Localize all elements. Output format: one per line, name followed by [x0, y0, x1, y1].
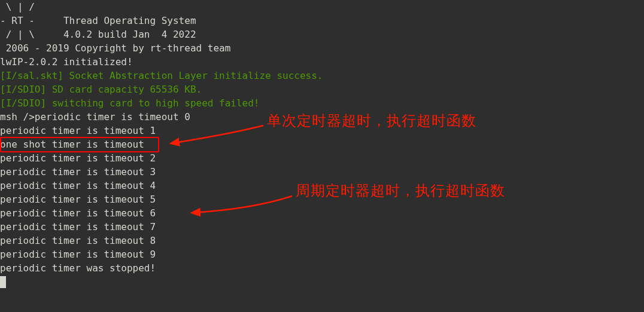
- banner-line-3: / | \ 4.0.2 build Jan 4 2022: [0, 27, 644, 41]
- periodic-timeout-2: periodic timer is timeout 2: [0, 151, 644, 165]
- periodic-timeout-8: periodic timer is timeout 8: [0, 234, 644, 247]
- periodic-stopped-line: periodic timer was stopped!: [0, 261, 644, 275]
- lwip-init-line: lwIP-2.0.2 initialized!: [0, 55, 644, 69]
- periodic-annotation: 周期定时器超时，执行超时函数: [296, 183, 505, 197]
- periodic-timeout-0: periodic timer is timeout 0: [35, 111, 190, 123]
- sdio-failed-line: [I/SDIO] switching card to high speed fa…: [0, 96, 644, 110]
- banner-line-2: - RT - Thread Operating System: [0, 14, 644, 27]
- banner-line-4: 2006 - 2019 Copyright by rt-thread team: [0, 41, 644, 55]
- oneshot-annotation: 单次定时器超时，执行超时函数: [267, 114, 476, 127]
- oneshot-timeout-line: one shot timer is timeout: [0, 137, 644, 151]
- msh-prompt[interactable]: msh />: [0, 111, 35, 123]
- sal-init-line: [I/sal.skt] Socket Abstraction Layer ini…: [0, 69, 644, 82]
- periodic-timeout-6: periodic timer is timeout 6: [0, 206, 644, 220]
- periodic-timeout-9: periodic timer is timeout 9: [0, 247, 644, 261]
- terminal-output: \ | / - RT - Thread Operating System / |…: [0, 0, 644, 275]
- periodic-timeout-3: periodic timer is timeout 3: [0, 165, 644, 179]
- terminal-cursor[interactable]: [0, 276, 6, 288]
- banner-line-1: \ | /: [0, 0, 644, 14]
- sdio-capacity-line: [I/SDIO] SD card capacity 65536 KB.: [0, 82, 644, 96]
- periodic-timeout-7: periodic timer is timeout 7: [0, 220, 644, 234]
